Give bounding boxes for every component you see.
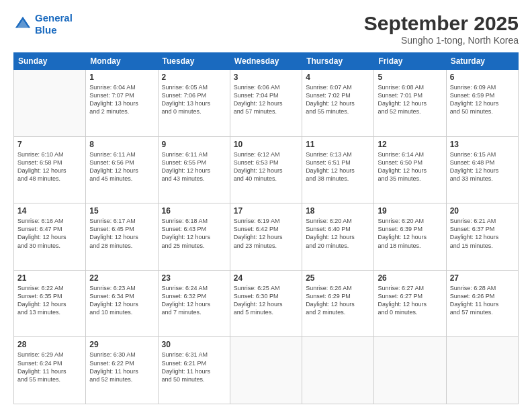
day-number: 30 [162,340,226,349]
day-cell: 28Sunrise: 6:29 AMSunset: 6:24 PMDayligh… [14,337,86,404]
day-cell: 11Sunrise: 6:13 AMSunset: 6:51 PMDayligh… [302,136,374,203]
day-cell [14,70,86,137]
day-info: Sunrise: 6:18 AMSunset: 6:43 PMDaylight:… [162,217,226,250]
week-row-3: 14Sunrise: 6:16 AMSunset: 6:47 PMDayligh… [14,203,519,271]
day-info: Sunrise: 6:25 AMSunset: 6:30 PMDaylight:… [234,284,298,317]
day-number: 12 [378,140,442,149]
day-number: 5 [378,73,442,82]
day-cell: 5Sunrise: 6:08 AMSunset: 7:01 PMDaylight… [374,70,446,137]
day-info: Sunrise: 6:14 AMSunset: 6:50 PMDaylight:… [378,150,442,183]
logo-icon [13,15,32,34]
day-number: 1 [89,73,154,82]
day-cell: 12Sunrise: 6:14 AMSunset: 6:50 PMDayligh… [374,136,446,203]
weekday-header-monday: Monday [86,53,158,70]
header: General Blue September 2025 Sungho 1-ton… [13,12,519,46]
day-info: Sunrise: 6:04 AMSunset: 7:07 PMDaylight:… [89,83,154,116]
day-cell: 13Sunrise: 6:15 AMSunset: 6:48 PMDayligh… [446,136,518,203]
day-cell: 18Sunrise: 6:20 AMSunset: 6:40 PMDayligh… [302,203,374,271]
day-number: 23 [162,273,226,283]
day-info: Sunrise: 6:05 AMSunset: 7:06 PMDaylight:… [162,83,226,116]
day-number: 28 [17,340,82,349]
day-info: Sunrise: 6:12 AMSunset: 6:53 PMDaylight:… [234,150,298,183]
day-number: 18 [306,206,370,216]
day-number: 16 [162,206,226,216]
day-cell: 1Sunrise: 6:04 AMSunset: 7:07 PMDaylight… [86,70,158,137]
day-number: 17 [234,206,298,216]
day-info: Sunrise: 6:17 AMSunset: 6:45 PMDaylight:… [89,217,154,250]
weekday-header-saturday: Saturday [446,53,518,70]
weekday-header-friday: Friday [374,53,446,70]
day-cell: 25Sunrise: 6:26 AMSunset: 6:29 PMDayligh… [302,270,374,337]
day-cell: 17Sunrise: 6:19 AMSunset: 6:42 PMDayligh… [230,203,302,271]
day-info: Sunrise: 6:22 AMSunset: 6:35 PMDaylight:… [17,284,82,317]
day-info: Sunrise: 6:20 AMSunset: 6:40 PMDaylight:… [306,217,370,250]
day-info: Sunrise: 6:06 AMSunset: 7:04 PMDaylight:… [234,83,298,116]
day-cell [302,337,374,404]
day-cell: 22Sunrise: 6:23 AMSunset: 6:34 PMDayligh… [86,270,158,337]
day-info: Sunrise: 6:15 AMSunset: 6:48 PMDaylight:… [450,150,515,183]
day-number: 11 [306,140,370,149]
day-number: 10 [234,140,298,149]
day-number: 9 [162,140,226,149]
day-info: Sunrise: 6:23 AMSunset: 6:34 PMDaylight:… [89,284,154,317]
day-number: 24 [234,273,298,283]
day-cell [374,337,446,404]
subtitle: Sungho 1-tong, North Korea [364,35,519,46]
logo-text: General Blue [35,12,73,36]
day-number: 20 [450,206,515,216]
day-cell: 14Sunrise: 6:16 AMSunset: 6:47 PMDayligh… [14,203,86,271]
day-info: Sunrise: 6:16 AMSunset: 6:47 PMDaylight:… [17,217,82,250]
day-cell [230,337,302,404]
day-cell: 20Sunrise: 6:21 AMSunset: 6:37 PMDayligh… [446,203,518,271]
logo-line2: Blue [35,24,57,36]
day-info: Sunrise: 6:31 AMSunset: 6:21 PMDaylight:… [162,351,226,383]
day-info: Sunrise: 6:24 AMSunset: 6:32 PMDaylight:… [162,284,226,317]
day-info: Sunrise: 6:09 AMSunset: 6:59 PMDaylight:… [450,83,515,116]
weekday-header-thursday: Thursday [302,53,374,70]
day-info: Sunrise: 6:28 AMSunset: 6:26 PMDaylight:… [450,284,515,317]
day-number: 26 [378,273,442,283]
week-row-1: 1Sunrise: 6:04 AMSunset: 7:07 PMDaylight… [14,70,519,137]
day-number: 3 [234,73,298,82]
day-info: Sunrise: 6:26 AMSunset: 6:29 PMDaylight:… [306,284,370,317]
day-number: 2 [162,73,226,82]
day-info: Sunrise: 6:19 AMSunset: 6:42 PMDaylight:… [234,217,298,250]
day-number: 15 [89,206,154,216]
day-info: Sunrise: 6:10 AMSunset: 6:58 PMDaylight:… [17,150,82,183]
day-cell: 30Sunrise: 6:31 AMSunset: 6:21 PMDayligh… [158,337,230,404]
day-info: Sunrise: 6:29 AMSunset: 6:24 PMDaylight:… [17,351,82,383]
day-number: 13 [450,140,515,149]
day-number: 8 [89,140,154,149]
day-cell: 6Sunrise: 6:09 AMSunset: 6:59 PMDaylight… [446,70,518,137]
day-number: 22 [89,273,154,283]
weekday-header-wednesday: Wednesday [230,53,302,70]
day-number: 7 [17,140,82,149]
day-cell: 21Sunrise: 6:22 AMSunset: 6:35 PMDayligh… [14,270,86,337]
month-title: September 2025 [364,12,519,35]
day-cell: 24Sunrise: 6:25 AMSunset: 6:30 PMDayligh… [230,270,302,337]
day-number: 14 [17,206,82,216]
day-number: 6 [450,73,515,82]
day-info: Sunrise: 6:11 AMSunset: 6:55 PMDaylight:… [162,150,226,183]
day-info: Sunrise: 6:30 AMSunset: 6:22 PMDaylight:… [89,351,154,383]
logo: General Blue [13,12,73,36]
day-info: Sunrise: 6:11 AMSunset: 6:56 PMDaylight:… [89,150,154,183]
day-cell: 23Sunrise: 6:24 AMSunset: 6:32 PMDayligh… [158,270,230,337]
day-cell: 27Sunrise: 6:28 AMSunset: 6:26 PMDayligh… [446,270,518,337]
day-cell: 8Sunrise: 6:11 AMSunset: 6:56 PMDaylight… [86,136,158,203]
title-block: September 2025 Sungho 1-tong, North Kore… [364,12,519,46]
day-cell: 3Sunrise: 6:06 AMSunset: 7:04 PMDaylight… [230,70,302,137]
day-number: 4 [306,73,370,82]
day-cell: 2Sunrise: 6:05 AMSunset: 7:06 PMDaylight… [158,70,230,137]
day-cell: 26Sunrise: 6:27 AMSunset: 6:27 PMDayligh… [374,270,446,337]
day-number: 19 [378,206,442,216]
week-row-4: 21Sunrise: 6:22 AMSunset: 6:35 PMDayligh… [14,270,519,337]
week-row-2: 7Sunrise: 6:10 AMSunset: 6:58 PMDaylight… [14,136,519,203]
logo-line1: General [35,12,73,24]
day-info: Sunrise: 6:21 AMSunset: 6:37 PMDaylight:… [450,217,515,250]
day-number: 25 [306,273,370,283]
day-number: 21 [17,273,82,283]
day-number: 29 [89,340,154,349]
day-cell: 7Sunrise: 6:10 AMSunset: 6:58 PMDaylight… [14,136,86,203]
day-info: Sunrise: 6:07 AMSunset: 7:02 PMDaylight:… [306,83,370,116]
